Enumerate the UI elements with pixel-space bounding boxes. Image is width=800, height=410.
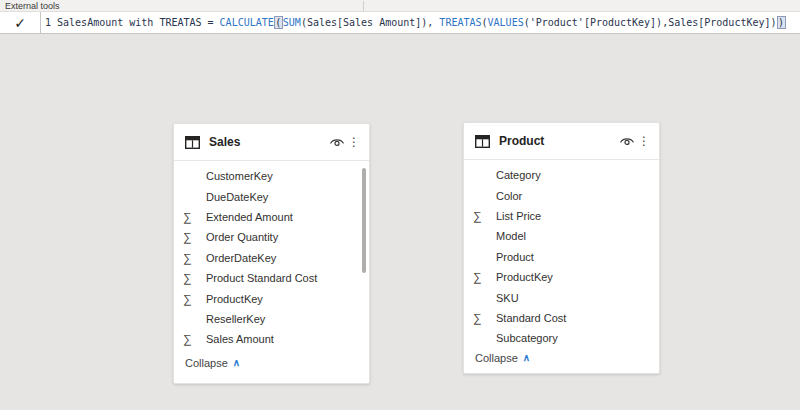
formula-token-function: VALUES: [488, 17, 524, 28]
kebab-icon: ⋮: [638, 135, 650, 147]
field-row[interactable]: ∑Product Standard Cost: [174, 268, 369, 288]
field-row[interactable]: ∑Extended Amount: [174, 207, 369, 227]
field-row[interactable]: DueDateKey: [174, 186, 369, 206]
field-row[interactable]: CustomerKey: [174, 166, 369, 186]
field-row[interactable]: ∑ProductKey: [464, 267, 659, 287]
field-label: Model: [496, 230, 526, 242]
chevron-up-icon: ∧: [523, 352, 530, 363]
field-label: ResellerKey: [206, 313, 265, 325]
field-row[interactable]: ResellerKey: [174, 309, 369, 329]
sigma-icon: ∑: [473, 270, 496, 284]
sigma-icon: ∑: [183, 210, 206, 224]
dax-formula-bar: ✓ 1 SalesAmount with TREATAS = CALCULATE…: [0, 12, 800, 34]
more-options-button[interactable]: ⋮: [347, 133, 361, 151]
table-icon: [474, 133, 491, 150]
field-label: ProductKey: [496, 271, 553, 283]
field-label: Product Standard Cost: [206, 272, 317, 284]
card-scrollbar[interactable]: [362, 168, 366, 273]
field-label: List Price: [496, 210, 541, 222]
field-label: Subcategory: [496, 332, 558, 344]
formula-token-function: TREATAS: [439, 17, 481, 28]
visibility-button[interactable]: [327, 134, 347, 150]
sigma-icon: ∑: [183, 230, 206, 244]
field-row[interactable]: Color: [464, 185, 659, 205]
collapse-link[interactable]: Collapse ∧: [464, 352, 659, 364]
sigma-icon: ∑: [183, 292, 206, 306]
field-list: Category Color ∑List Price Model Product…: [464, 160, 659, 349]
sigma-icon: ∑: [183, 271, 206, 285]
sigma-icon: ∑: [473, 311, 496, 325]
collapse-label: Collapse: [185, 357, 228, 369]
model-canvas: Sales ⋮ CustomerKey DueDateKey ∑Extended…: [0, 35, 800, 410]
formula-token-paren: (: [274, 16, 283, 29]
field-label: Category: [496, 169, 541, 181]
collapse-link[interactable]: Collapse ∧: [174, 357, 369, 369]
commit-formula-button[interactable]: ✓: [0, 12, 41, 33]
field-row[interactable]: ∑Sales Amount: [174, 329, 369, 349]
collapse-label: Collapse: [475, 352, 518, 364]
field-label: OrderDateKey: [206, 252, 276, 264]
ribbon-tab-strip: External tools: [0, 0, 800, 12]
field-row[interactable]: ∑Order Quantity: [174, 227, 369, 247]
field-row[interactable]: Subcategory: [464, 328, 659, 348]
table-title: Sales: [209, 135, 327, 149]
formula-token: (Sales[Sales Amount]),: [301, 17, 439, 28]
formula-token: ('Product'[ProductKey]),Sales[ProductKey…: [524, 17, 771, 28]
table-card-header[interactable]: Sales ⋮: [174, 124, 369, 161]
field-label: Product: [496, 251, 534, 263]
visibility-button[interactable]: [617, 133, 637, 149]
formula-token-function: CALCULATE: [220, 17, 274, 28]
field-label: Extended Amount: [206, 211, 293, 223]
table-icon: [184, 134, 201, 151]
field-label: SKU: [496, 292, 519, 304]
eye-icon: [619, 135, 635, 147]
field-label: Sales Amount: [206, 333, 274, 345]
formula-input[interactable]: 1 SalesAmount with TREATAS = CALCULATE(S…: [41, 12, 800, 33]
sigma-icon: ∑: [473, 209, 496, 223]
chevron-up-icon: ∧: [233, 357, 240, 368]
kebab-icon: ⋮: [348, 136, 360, 148]
field-row[interactable]: ∑Standard Cost: [464, 308, 659, 328]
field-label: Standard Cost: [496, 312, 566, 324]
field-label: ProductKey: [206, 293, 263, 305]
formula-token-function: SUM: [283, 17, 301, 28]
sigma-icon: ∑: [183, 251, 206, 265]
field-row[interactable]: Category: [464, 165, 659, 185]
eye-icon: [329, 136, 345, 148]
field-list: CustomerKey DueDateKey ∑Extended Amount …: [174, 161, 369, 350]
formula-token: SalesAmount with TREATAS =: [57, 17, 220, 28]
table-title: Product: [499, 134, 617, 148]
field-row[interactable]: ∑List Price: [464, 206, 659, 226]
field-label: CustomerKey: [206, 170, 273, 182]
line-number: 1: [45, 17, 51, 28]
field-row[interactable]: Model: [464, 226, 659, 246]
field-label: DueDateKey: [206, 191, 268, 203]
field-label: Order Quantity: [206, 231, 278, 243]
field-row[interactable]: Product: [464, 247, 659, 267]
formula-token-paren: ): [777, 16, 786, 29]
table-card-sales[interactable]: Sales ⋮ CustomerKey DueDateKey ∑Extended…: [173, 123, 370, 384]
field-label: Color: [496, 190, 522, 202]
tab-divider: [363, 1, 364, 11]
sigma-icon: ∑: [183, 332, 206, 346]
table-card-header[interactable]: Product ⋮: [464, 123, 659, 160]
field-row[interactable]: SKU: [464, 287, 659, 307]
field-row[interactable]: ∑OrderDateKey: [174, 248, 369, 268]
table-card-product[interactable]: Product ⋮ Category Color ∑List Price Mod…: [463, 122, 660, 374]
checkmark-icon: ✓: [14, 15, 26, 31]
tab-external-tools[interactable]: External tools: [5, 0, 60, 12]
field-row[interactable]: ∑ProductKey: [174, 288, 369, 308]
more-options-button[interactable]: ⋮: [637, 132, 651, 150]
